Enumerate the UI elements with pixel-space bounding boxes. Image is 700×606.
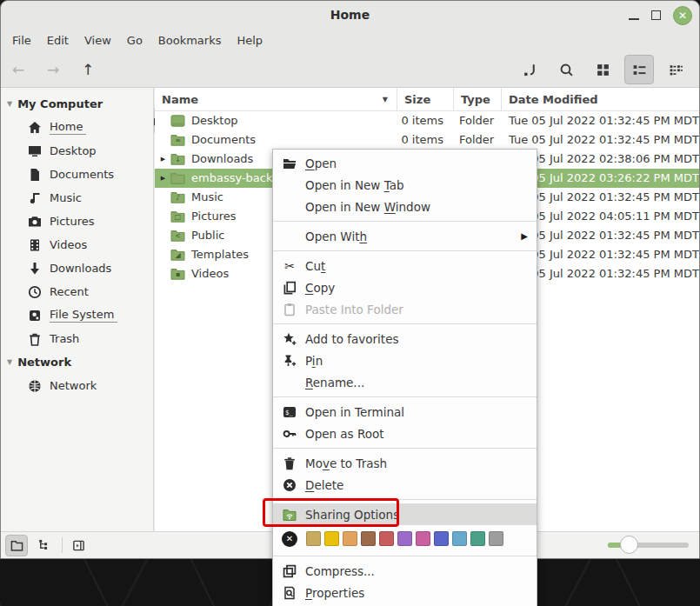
- back-icon[interactable]: ←: [6, 51, 30, 88]
- color-swatch-6[interactable]: [397, 531, 412, 546]
- sidebar-item-documents[interactable]: Documents: [1, 163, 153, 186]
- treeview-icon[interactable]: [32, 535, 55, 556]
- menu-item-properties[interactable]: Properties: [273, 582, 537, 603]
- sidebar-item-file-system[interactable]: File System: [1, 303, 153, 327]
- home-icon: [28, 121, 42, 135]
- file-date: Tue 05 Jul 2022 01:32:45 PM MDT: [502, 111, 699, 130]
- sidebar-item-videos[interactable]: Videos: [1, 233, 153, 256]
- menu-file[interactable]: File: [4, 31, 39, 50]
- menu-item-open-in-new-tab[interactable]: Open in New Tab: [273, 174, 537, 196]
- sidebar-item-trash[interactable]: Trash: [1, 327, 153, 350]
- color-swatch-11[interactable]: [489, 531, 503, 546]
- file-row-documents[interactable]: ≡Documents0 itemsFolderTue 05 Jul 2022 0…: [155, 130, 699, 150]
- menu-item-pin[interactable]: Pin: [273, 350, 537, 371]
- menu-item-rename[interactable]: Rename...: [273, 371, 537, 393]
- menu-item-open-with[interactable]: Open With▶: [273, 225, 537, 247]
- color-swatch-2[interactable]: [324, 531, 339, 546]
- clear-color-icon[interactable]: ✕: [282, 531, 297, 547]
- sidebar-item-home[interactable]: Home: [1, 116, 153, 139]
- minimize-icon[interactable]: [629, 18, 639, 20]
- column-header-size[interactable]: Size: [397, 88, 454, 110]
- grid-view-icon[interactable]: [588, 55, 617, 84]
- menu-item-open-in-new-window[interactable]: Open in New Window: [273, 196, 537, 217]
- sidebar-section-my-computer[interactable]: ▼My Computer: [1, 92, 153, 116]
- file-name: Public: [191, 226, 224, 245]
- forward-icon[interactable]: →: [41, 51, 65, 88]
- menu-item-sharing-options[interactable]: Sharing Options: [273, 503, 537, 525]
- column-header-date-modified[interactable]: Date Modified: [502, 88, 699, 110]
- menu-go[interactable]: Go: [119, 31, 150, 50]
- file-size: 0 items: [397, 130, 454, 150]
- menu-item-paste-into-folder: Paste Into Folder: [273, 298, 537, 320]
- sidebar-section-network[interactable]: ▼Network: [1, 350, 153, 374]
- sidebar-item-music[interactable]: Music: [1, 186, 153, 210]
- titlebar[interactable]: Home ✕: [1, 1, 699, 30]
- toolbar: ← → ↑ ◀ user ▶: [1, 51, 699, 88]
- file-name: Music: [191, 188, 223, 207]
- color-swatch-1[interactable]: [306, 531, 321, 546]
- close-icon[interactable]: ✕: [673, 6, 692, 25]
- menu-item-open-as-root[interactable]: Open as Root: [273, 423, 537, 444]
- document-icon: [28, 168, 42, 182]
- sidebar-item-recent[interactable]: Recent: [1, 280, 153, 303]
- menu-item-open[interactable]: Open: [273, 152, 537, 174]
- compact-view-icon[interactable]: [661, 55, 690, 84]
- collapse-triangle-icon[interactable]: ▼: [7, 100, 12, 108]
- trash-icon: [28, 332, 42, 346]
- menu-help[interactable]: Help: [229, 31, 270, 50]
- list-view-icon[interactable]: [624, 55, 654, 84]
- sidebar-item-pictures[interactable]: Pictures: [1, 210, 153, 233]
- expander-icon[interactable]: ▶: [155, 169, 168, 188]
- menu-edit[interactable]: Edit: [39, 31, 77, 50]
- file-type: Folder: [454, 130, 502, 150]
- up-icon[interactable]: ↑: [76, 51, 100, 88]
- menu-item-add-to-favorites[interactable]: Add to favorites: [273, 328, 537, 350]
- folder-templates-icon: ◢: [170, 249, 185, 261]
- maximize-icon[interactable]: [651, 10, 661, 20]
- zoom-slider[interactable]: [608, 543, 689, 548]
- network-icon: [28, 379, 42, 393]
- menu-item-cut[interactable]: ✂Cut: [273, 255, 537, 276]
- search-icon[interactable]: [551, 55, 581, 84]
- color-swatch-9[interactable]: [452, 531, 467, 546]
- file-name: Desktop: [191, 111, 238, 130]
- download-icon: [28, 262, 42, 276]
- slider-knob[interactable]: [620, 536, 638, 554]
- menu-item-open-in-terminal[interactable]: $_Open in Terminal: [273, 401, 537, 423]
- color-swatch-8[interactable]: [434, 531, 449, 546]
- menu-item-delete[interactable]: Delete: [273, 474, 537, 496]
- menu-bookmarks[interactable]: Bookmarks: [150, 31, 230, 50]
- menu-item-copy[interactable]: Copy: [273, 276, 537, 298]
- collapse-triangle-icon[interactable]: ▼: [7, 358, 12, 366]
- color-swatch-3[interactable]: [343, 531, 357, 546]
- file-name: Videos: [191, 264, 229, 283]
- sidebar-item-downloads[interactable]: Downloads: [1, 256, 153, 280]
- color-swatch-10[interactable]: [470, 531, 485, 546]
- folder-documents-icon: ≡: [170, 134, 185, 146]
- file-name: Pictures: [191, 207, 236, 226]
- expander-icon[interactable]: ▶: [155, 150, 168, 169]
- places-icon[interactable]: [5, 535, 28, 556]
- menu-view[interactable]: View: [77, 31, 119, 50]
- color-swatch-4[interactable]: [361, 531, 376, 546]
- menu-separator: [273, 250, 537, 251]
- column-header-name[interactable]: Name▼: [155, 88, 397, 110]
- file-row-desktop[interactable]: Desktop0 itemsFolderTue 05 Jul 2022 01:3…: [155, 111, 699, 130]
- file-date: Tue 05 Jul 2022 01:32:45 PM MDT: [502, 130, 699, 150]
- file-name: Documents: [191, 130, 256, 150]
- hide-sidebar-icon[interactable]: [67, 535, 90, 556]
- delete-circle-icon: [282, 477, 297, 493]
- location-entry-icon[interactable]: [515, 55, 544, 84]
- color-swatch-7[interactable]: [416, 531, 430, 546]
- color-swatch-5[interactable]: [379, 531, 394, 546]
- menu-item-move-to-trash[interactable]: Move to Trash: [273, 452, 537, 474]
- open-folder-icon: [282, 156, 297, 171]
- sidebar-item-network[interactable]: Network: [1, 374, 153, 397]
- column-header-type[interactable]: Type: [454, 88, 502, 110]
- menu-separator: [273, 221, 537, 222]
- menu-separator: [273, 556, 537, 556]
- star-plus-icon: [282, 331, 297, 347]
- menu-item-compress[interactable]: Compress...: [273, 560, 537, 582]
- sidebar-item-desktop[interactable]: Desktop: [1, 139, 153, 163]
- recent-icon: [28, 285, 42, 299]
